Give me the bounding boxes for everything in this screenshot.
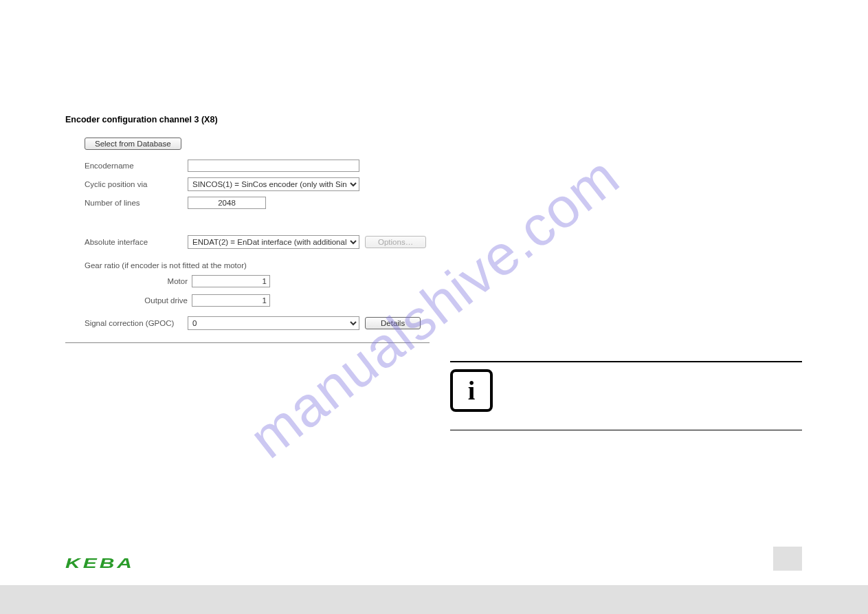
select-from-database-button[interactable]: Select from Database xyxy=(85,138,181,150)
info-top-rule xyxy=(450,361,802,362)
output-drive-label: Output drive xyxy=(85,296,192,305)
encodername-label: Encodername xyxy=(85,162,188,170)
info-note: i xyxy=(450,361,802,430)
info-text xyxy=(505,369,802,384)
signal-correction-select[interactable]: 0 xyxy=(188,316,359,330)
info-bottom-rule xyxy=(450,430,802,430)
signal-correction-label: Signal correction (GPOC) xyxy=(85,319,188,327)
info-icon: i xyxy=(450,369,493,412)
cyclic-position-label: Cyclic position via xyxy=(85,180,188,188)
absolute-interface-select[interactable]: ENDAT(2) = EnDat interface (with additio… xyxy=(188,235,359,249)
encoder-config-panel: Encoder configuration channel 3 (X8) Sel… xyxy=(65,115,430,343)
absolute-interface-label: Absolute interface xyxy=(85,238,188,246)
number-of-lines-label: Number of lines xyxy=(85,199,188,207)
motor-input[interactable] xyxy=(192,275,270,287)
output-drive-input[interactable] xyxy=(192,294,270,307)
motor-label: Motor xyxy=(85,277,192,285)
footer-strip xyxy=(0,585,868,614)
cyclic-position-select[interactable]: SINCOS(1) = SinCos encoder (only with Si… xyxy=(188,177,359,191)
number-of-lines-input[interactable] xyxy=(188,197,266,209)
options-button: Options… xyxy=(365,236,426,248)
details-button[interactable]: Details xyxy=(365,317,421,329)
footer-page-box xyxy=(773,547,802,571)
panel-title: Encoder configuration channel 3 (X8) xyxy=(65,115,430,124)
encodername-input[interactable] xyxy=(188,160,359,172)
gear-ratio-heading: Gear ratio (if encoder is not fitted at … xyxy=(85,261,430,270)
keba-logo: KEBA xyxy=(65,555,135,571)
